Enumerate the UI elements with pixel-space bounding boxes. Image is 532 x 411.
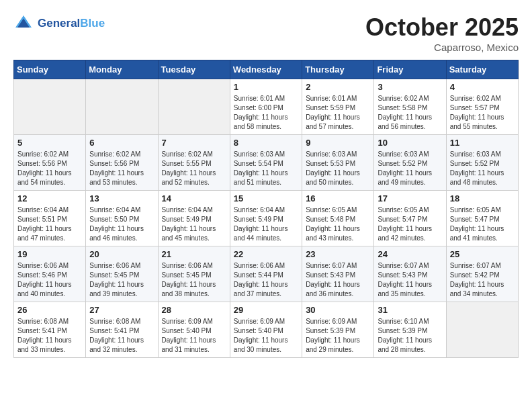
day-info: Sunrise: 6:03 AM Sunset: 5:54 PM Dayligh… — [234, 150, 298, 187]
logo-text: GeneralBlue — [38, 17, 105, 30]
day-number: 27 — [89, 305, 154, 315]
calendar-cell: 7Sunrise: 6:02 AM Sunset: 5:55 PM Daylig… — [158, 135, 230, 191]
calendar-cell: 18Sunrise: 6:05 AM Sunset: 5:47 PM Dayli… — [446, 191, 518, 246]
calendar-cell: 11Sunrise: 6:03 AM Sunset: 5:52 PM Dayli… — [446, 135, 518, 191]
calendar-cell: 2Sunrise: 6:01 AM Sunset: 5:59 PM Daylig… — [302, 79, 374, 135]
day-number: 11 — [450, 138, 515, 148]
day-info: Sunrise: 6:05 AM Sunset: 5:47 PM Dayligh… — [378, 205, 442, 243]
day-info: Sunrise: 6:07 AM Sunset: 5:42 PM Dayligh… — [450, 261, 515, 299]
day-number: 15 — [234, 193, 298, 203]
day-number: 20 — [89, 249, 154, 259]
weekday-header: Friday — [374, 60, 446, 79]
day-number: 29 — [234, 305, 298, 315]
day-number: 18 — [450, 193, 515, 203]
calendar: SundayMondayTuesdayWednesdayThursdayFrid… — [13, 60, 519, 358]
day-info: Sunrise: 6:04 AM Sunset: 5:51 PM Dayligh… — [17, 205, 82, 243]
weekday-header: Tuesday — [158, 60, 230, 79]
day-info: Sunrise: 6:01 AM Sunset: 6:00 PM Dayligh… — [234, 94, 298, 132]
weekday-header: Monday — [86, 60, 158, 79]
calendar-cell: 22Sunrise: 6:06 AM Sunset: 5:44 PM Dayli… — [230, 246, 302, 302]
day-number: 23 — [306, 249, 370, 259]
calendar-cell: 6Sunrise: 6:02 AM Sunset: 5:56 PM Daylig… — [86, 135, 158, 191]
day-info: Sunrise: 6:09 AM Sunset: 5:40 PM Dayligh… — [234, 317, 298, 355]
day-info: Sunrise: 6:04 AM Sunset: 5:49 PM Dayligh… — [234, 205, 298, 243]
calendar-cell: 20Sunrise: 6:06 AM Sunset: 5:45 PM Dayli… — [86, 246, 158, 302]
day-number: 25 — [450, 249, 515, 259]
day-info: Sunrise: 6:07 AM Sunset: 5:43 PM Dayligh… — [306, 261, 370, 299]
day-number: 16 — [306, 193, 370, 203]
page-header: GeneralBlue October 2025 Caparroso, Mexi… — [13, 13, 519, 53]
day-info: Sunrise: 6:02 AM Sunset: 5:58 PM Dayligh… — [378, 94, 442, 132]
calendar-week-row: 12Sunrise: 6:04 AM Sunset: 5:51 PM Dayli… — [14, 191, 519, 246]
calendar-cell: 19Sunrise: 6:06 AM Sunset: 5:46 PM Dayli… — [14, 246, 86, 302]
day-number: 13 — [89, 193, 154, 203]
logo-icon — [13, 13, 34, 34]
calendar-cell: 10Sunrise: 6:03 AM Sunset: 5:52 PM Dayli… — [374, 135, 446, 191]
calendar-cell: 28Sunrise: 6:09 AM Sunset: 5:40 PM Dayli… — [158, 302, 230, 358]
day-number: 30 — [306, 305, 370, 315]
calendar-cell: 21Sunrise: 6:06 AM Sunset: 5:45 PM Dayli… — [158, 246, 230, 302]
day-number: 9 — [306, 138, 370, 148]
day-info: Sunrise: 6:02 AM Sunset: 5:56 PM Dayligh… — [17, 150, 82, 187]
title-block: October 2025 Caparroso, Mexico — [365, 13, 519, 53]
calendar-cell: 30Sunrise: 6:09 AM Sunset: 5:39 PM Dayli… — [302, 302, 374, 358]
day-info: Sunrise: 6:09 AM Sunset: 5:39 PM Dayligh… — [306, 317, 370, 355]
day-info: Sunrise: 6:01 AM Sunset: 5:59 PM Dayligh… — [306, 94, 370, 132]
day-number: 19 — [17, 249, 82, 259]
day-number: 2 — [306, 82, 370, 92]
calendar-week-row: 19Sunrise: 6:06 AM Sunset: 5:46 PM Dayli… — [14, 246, 519, 302]
calendar-cell: 13Sunrise: 6:04 AM Sunset: 5:50 PM Dayli… — [86, 191, 158, 246]
day-info: Sunrise: 6:06 AM Sunset: 5:44 PM Dayligh… — [234, 261, 298, 299]
calendar-cell: 27Sunrise: 6:08 AM Sunset: 5:41 PM Dayli… — [86, 302, 158, 358]
calendar-cell: 29Sunrise: 6:09 AM Sunset: 5:40 PM Dayli… — [230, 302, 302, 358]
day-info: Sunrise: 6:02 AM Sunset: 5:56 PM Dayligh… — [89, 150, 154, 187]
weekday-header: Thursday — [302, 60, 374, 79]
day-info: Sunrise: 6:08 AM Sunset: 5:41 PM Dayligh… — [17, 317, 82, 355]
day-number: 4 — [450, 82, 515, 92]
day-info: Sunrise: 6:10 AM Sunset: 5:39 PM Dayligh… — [378, 317, 442, 355]
day-info: Sunrise: 6:06 AM Sunset: 5:45 PM Dayligh… — [162, 261, 226, 299]
day-info: Sunrise: 6:03 AM Sunset: 5:52 PM Dayligh… — [450, 150, 515, 187]
calendar-cell — [14, 79, 86, 135]
calendar-cell — [158, 79, 230, 135]
calendar-cell — [446, 302, 518, 358]
calendar-cell: 16Sunrise: 6:05 AM Sunset: 5:48 PM Dayli… — [302, 191, 374, 246]
calendar-cell: 4Sunrise: 6:02 AM Sunset: 5:57 PM Daylig… — [446, 79, 518, 135]
calendar-cell: 3Sunrise: 6:02 AM Sunset: 5:58 PM Daylig… — [374, 79, 446, 135]
weekday-header: Wednesday — [230, 60, 302, 79]
day-info: Sunrise: 6:05 AM Sunset: 5:48 PM Dayligh… — [306, 205, 370, 243]
calendar-cell: 23Sunrise: 6:07 AM Sunset: 5:43 PM Dayli… — [302, 246, 374, 302]
day-info: Sunrise: 6:06 AM Sunset: 5:45 PM Dayligh… — [89, 261, 154, 299]
day-info: Sunrise: 6:03 AM Sunset: 5:53 PM Dayligh… — [306, 150, 370, 187]
calendar-cell: 24Sunrise: 6:07 AM Sunset: 5:43 PM Dayli… — [374, 246, 446, 302]
day-number: 1 — [234, 82, 298, 92]
day-number: 14 — [162, 193, 226, 203]
day-info: Sunrise: 6:02 AM Sunset: 5:57 PM Dayligh… — [450, 94, 515, 132]
day-number: 10 — [378, 138, 442, 148]
day-number: 6 — [89, 138, 154, 148]
day-number: 3 — [378, 82, 442, 92]
calendar-cell: 8Sunrise: 6:03 AM Sunset: 5:54 PM Daylig… — [230, 135, 302, 191]
day-number: 8 — [234, 138, 298, 148]
day-number: 22 — [234, 249, 298, 259]
calendar-cell: 5Sunrise: 6:02 AM Sunset: 5:56 PM Daylig… — [14, 135, 86, 191]
weekday-header: Saturday — [446, 60, 518, 79]
logo: GeneralBlue — [13, 13, 105, 34]
calendar-cell: 9Sunrise: 6:03 AM Sunset: 5:53 PM Daylig… — [302, 135, 374, 191]
day-info: Sunrise: 6:05 AM Sunset: 5:47 PM Dayligh… — [450, 205, 515, 243]
calendar-cell: 25Sunrise: 6:07 AM Sunset: 5:42 PM Dayli… — [446, 246, 518, 302]
day-number: 26 — [17, 305, 82, 315]
day-info: Sunrise: 6:08 AM Sunset: 5:41 PM Dayligh… — [89, 317, 154, 355]
calendar-cell: 31Sunrise: 6:10 AM Sunset: 5:39 PM Dayli… — [374, 302, 446, 358]
day-number: 17 — [378, 193, 442, 203]
day-number: 28 — [162, 305, 226, 315]
day-info: Sunrise: 6:04 AM Sunset: 5:50 PM Dayligh… — [89, 205, 154, 243]
day-info: Sunrise: 6:07 AM Sunset: 5:43 PM Dayligh… — [378, 261, 442, 299]
calendar-cell: 1Sunrise: 6:01 AM Sunset: 6:00 PM Daylig… — [230, 79, 302, 135]
day-number: 31 — [378, 305, 442, 315]
calendar-cell — [86, 79, 158, 135]
day-info: Sunrise: 6:03 AM Sunset: 5:52 PM Dayligh… — [378, 150, 442, 187]
calendar-cell: 17Sunrise: 6:05 AM Sunset: 5:47 PM Dayli… — [374, 191, 446, 246]
calendar-week-row: 26Sunrise: 6:08 AM Sunset: 5:41 PM Dayli… — [14, 302, 519, 358]
weekday-header: Sunday — [14, 60, 86, 79]
